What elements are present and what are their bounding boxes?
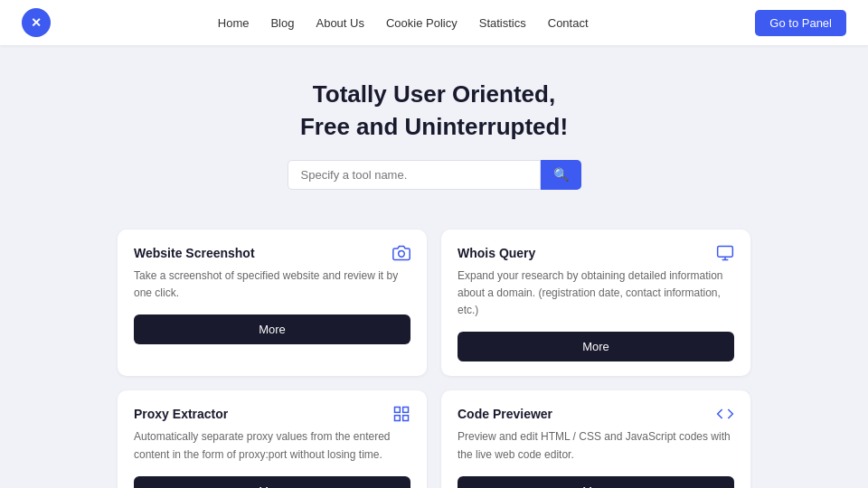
logo-icon: ✕ — [31, 15, 42, 30]
nav-links: Home Blog About Us Cookie Policy Statist… — [218, 16, 589, 30]
hero-title: Totally User Oriented, Free and Uninterr… — [18, 78, 850, 144]
card-whois-more-button[interactable]: More — [458, 332, 734, 361]
card-code-title: Code Previewer — [458, 407, 734, 421]
svg-rect-6 — [395, 416, 401, 421]
card-whois-query: Whois Query Expand your research by obta… — [441, 230, 750, 377]
hero-title-line1: Totally User Oriented, — [313, 80, 555, 108]
card-proxy-more-button[interactable]: More — [134, 476, 410, 488]
svg-rect-4 — [395, 408, 401, 413]
card-website-screenshot-more-button[interactable]: More — [134, 314, 410, 344]
database-icon — [716, 244, 734, 267]
hero-section: Totally User Oriented, Free and Uninterr… — [0, 45, 868, 208]
card-website-screenshot: Website Screenshot Take a screenshot of … — [118, 230, 427, 377]
search-button[interactable]: 🔍 — [541, 160, 581, 190]
nav-blog[interactable]: Blog — [270, 16, 294, 30]
card-proxy-desc: Automatically separate proxy values from… — [134, 428, 410, 463]
camera-icon — [392, 244, 410, 267]
logo[interactable]: ✕ — [22, 8, 51, 37]
nav-about[interactable]: About Us — [316, 16, 363, 30]
card-code-more-button[interactable]: More — [458, 476, 734, 488]
nav-statistics[interactable]: Statistics — [479, 16, 526, 30]
cards-grid: Website Screenshot Take a screenshot of … — [99, 230, 769, 488]
search-bar: 🔍 — [18, 160, 850, 190]
svg-rect-1 — [718, 246, 733, 257]
go-to-panel-button[interactable]: Go to Panel — [755, 10, 846, 36]
card-whois-title: Whois Query — [458, 246, 734, 260]
nav-contact[interactable]: Contact — [548, 16, 589, 30]
card-whois-desc: Expand your research by obtaining detail… — [458, 267, 734, 320]
navbar: ✕ Home Blog About Us Cookie Policy Stati… — [0, 0, 868, 45]
svg-point-0 — [399, 250, 405, 257]
search-icon: 🔍 — [553, 167, 569, 182]
card-proxy-title: Proxy Extractor — [134, 407, 410, 421]
svg-rect-5 — [403, 408, 409, 413]
nav-cookie-policy[interactable]: Cookie Policy — [386, 16, 458, 30]
grid-icon — [392, 405, 410, 427]
search-input[interactable] — [288, 160, 541, 190]
card-code-previewer: Code Previewer Preview and edit HTML / C… — [441, 390, 750, 488]
card-proxy-extractor: Proxy Extractor Automatically separate p… — [118, 390, 427, 488]
card-website-screenshot-desc: Take a screenshot of specified website a… — [134, 267, 410, 302]
svg-rect-7 — [403, 416, 409, 421]
nav-home[interactable]: Home — [218, 16, 250, 30]
code-icon — [716, 405, 734, 427]
hero-title-line2: Free and Uninterrupted! — [300, 113, 568, 140]
card-code-desc: Preview and edit HTML / CSS and JavaScri… — [458, 428, 734, 463]
card-website-screenshot-title: Website Screenshot — [134, 246, 410, 260]
